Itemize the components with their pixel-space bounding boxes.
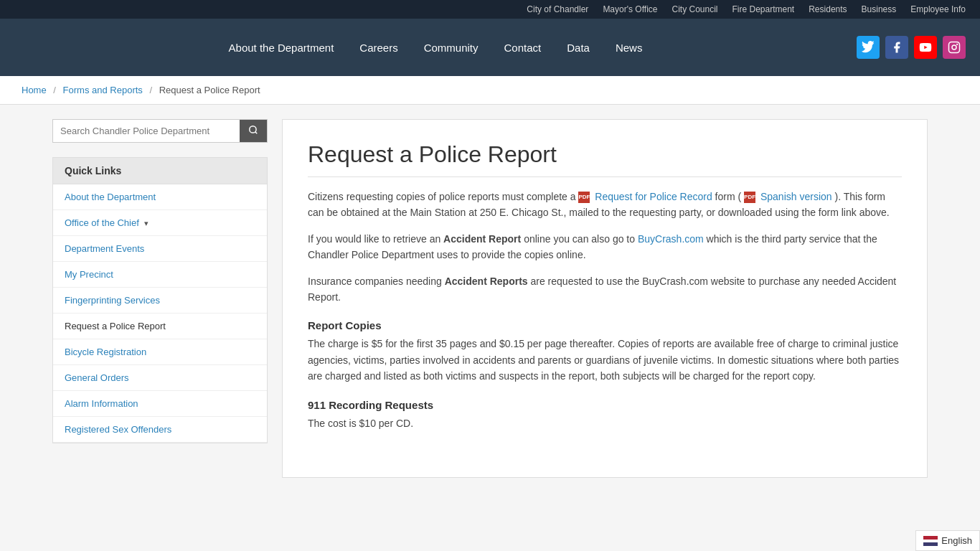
sidebar-chief[interactable]: Office of the Chief ▾ [53, 210, 267, 236]
sidebar: Quick Links About the Department Office … [52, 119, 268, 443]
sidebar-alarm[interactable]: Alarm Information [53, 391, 267, 417]
sidebar-sex-offenders[interactable]: Registered Sex Offenders [53, 417, 267, 443]
facebook-icon [890, 41, 903, 54]
nav-links: About the Department Careers Community C… [14, 36, 857, 60]
accident-report-bold2: Accident Reports [445, 276, 528, 287]
sidebar-about[interactable]: About the Department [53, 184, 267, 210]
breadcrumb-sep2: / [149, 85, 152, 95]
content-area: Quick Links About the Department Office … [31, 119, 949, 478]
sidebar-events[interactable]: Department Events [53, 236, 267, 262]
quick-links-box: Quick Links About the Department Office … [52, 157, 268, 443]
search-button[interactable] [240, 120, 267, 142]
nav-careers[interactable]: Careers [349, 36, 407, 60]
breadcrumb-home-link[interactable]: Home [22, 85, 47, 95]
youtube-icon [919, 41, 932, 54]
sidebar-police-report: Request a Police Report [53, 314, 267, 339]
svg-point-3 [250, 126, 256, 133]
svg-rect-0 [949, 42, 960, 53]
accident-paragraph1: If you would like to retrieve an Acciden… [308, 231, 902, 263]
spanish-version-link[interactable]: Spanish version [760, 191, 832, 202]
sidebar-general-orders[interactable]: General Orders [53, 365, 267, 391]
report-copies-text: The charge is $5 for the first 35 pages … [308, 336, 902, 384]
sidebar-bicycle[interactable]: Bicycle Registration [53, 339, 267, 365]
recording-title: 911 Recording Requests [308, 399, 902, 411]
fire-department-link[interactable]: Fire Department [732, 4, 795, 14]
accident-paragraph2: Insurance companies needing Accident Rep… [308, 273, 902, 306]
main-nav: About the Department Careers Community C… [0, 19, 980, 76]
youtube-link[interactable] [914, 36, 937, 59]
search-icon [248, 125, 258, 135]
pdf-icon-1: PDF [578, 192, 590, 203]
search-box [52, 119, 268, 143]
nav-contact[interactable]: Contact [494, 36, 552, 60]
twitter-icon [862, 41, 875, 54]
quick-links-header: Quick Links [53, 158, 267, 184]
nav-data[interactable]: Data [557, 36, 600, 60]
business-link[interactable]: Business [862, 4, 897, 14]
request-form-link[interactable]: Request for Police Record [595, 191, 712, 202]
breadcrumb-forms-link[interactable]: Forms and Reports [63, 85, 143, 95]
instagram-link[interactable] [943, 36, 966, 59]
twitter-link[interactable] [857, 36, 880, 59]
breadcrumb-current: Request a Police Report [159, 85, 260, 95]
city-council-link[interactable]: City Council [672, 4, 717, 14]
page-title: Request a Police Report [308, 141, 902, 177]
top-bar: City of Chandler Mayor's Office City Cou… [0, 0, 980, 19]
sidebar-precinct[interactable]: My Precinct [53, 262, 267, 288]
mayors-office-link[interactable]: Mayor's Office [603, 4, 657, 14]
svg-point-1 [952, 45, 956, 50]
instagram-icon [948, 41, 961, 54]
facebook-link[interactable] [885, 36, 908, 59]
breadcrumb: Home / Forms and Reports / Request a Pol… [0, 76, 980, 105]
sidebar-fingerprinting[interactable]: Fingerprinting Services [53, 288, 267, 314]
intro-paragraph: Citizens requesting copies of police rep… [308, 189, 902, 221]
employee-info-link[interactable]: Employee Info [910, 4, 966, 14]
report-copies-title: Report Copies [308, 319, 902, 331]
chevron-down-icon: ▾ [144, 219, 149, 227]
city-of-chandler-link[interactable]: City of Chandler [527, 4, 588, 14]
social-icons [857, 36, 966, 59]
main-content: Request a Police Report Citizens request… [282, 119, 928, 478]
breadcrumb-sep1: / [53, 85, 56, 95]
pdf-icon-2: PDF [744, 192, 755, 203]
accident-report-bold1: Accident Report [443, 233, 521, 245]
nav-community[interactable]: Community [414, 36, 489, 60]
recording-text: The cost is $10 per CD. [308, 415, 902, 431]
nav-news[interactable]: News [606, 36, 653, 60]
nav-about[interactable]: About the Department [219, 36, 344, 60]
search-input[interactable] [53, 120, 240, 142]
svg-line-4 [255, 132, 258, 134]
svg-point-2 [956, 44, 958, 45]
buycrash-link[interactable]: BuyCrash.com [638, 233, 704, 245]
residents-link[interactable]: Residents [809, 4, 847, 14]
